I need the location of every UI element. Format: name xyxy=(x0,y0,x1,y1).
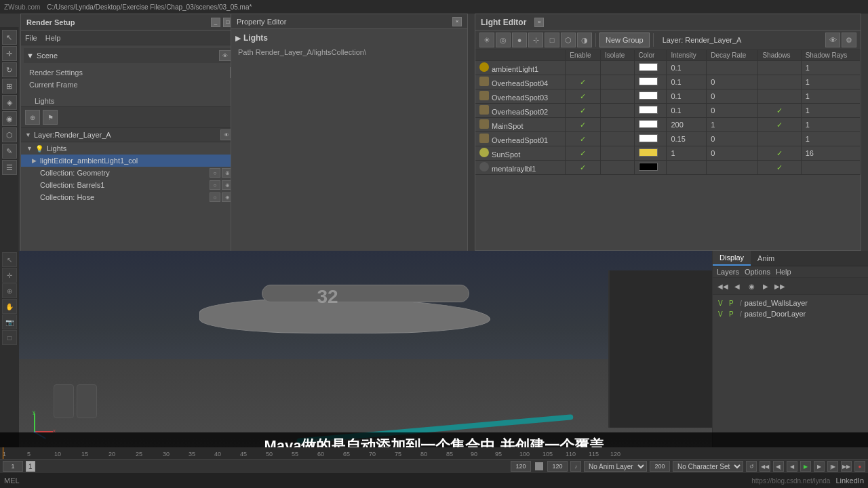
le-vol-btn[interactable]: ⬡ xyxy=(561,33,576,47)
light-isolate[interactable] xyxy=(600,132,634,146)
light-color[interactable] xyxy=(634,118,667,132)
end-frame-input[interactable] xyxy=(511,461,531,472)
le-eye-btn[interactable]: 👁 xyxy=(825,33,840,47)
table-row[interactable]: OverheadSpot03✓0.101 xyxy=(475,89,861,104)
tree-lights[interactable]: ▼ 💡 Lights ✎ xyxy=(21,142,250,155)
lights-scene-item[interactable]: Lights xyxy=(21,96,250,106)
light-isolate[interactable] xyxy=(600,161,634,175)
transport-auto-key-btn[interactable]: ● xyxy=(854,461,865,472)
table-row[interactable]: ambientLight10.11 xyxy=(475,61,861,75)
transport-prev-key-btn[interactable]: ◀ xyxy=(787,461,797,472)
le-sun-btn[interactable]: ☀ xyxy=(479,33,494,47)
char-set-select[interactable]: No Character Set xyxy=(673,461,743,472)
light-shadows[interactable] xyxy=(758,61,801,75)
scale-tool-btn[interactable]: ⊞ xyxy=(2,79,17,94)
sound-btn[interactable]: ♪ xyxy=(570,461,581,472)
le-area-btn[interactable]: □ xyxy=(545,33,559,47)
light-color[interactable] xyxy=(634,161,667,175)
vp-cam-btn[interactable]: 📷 xyxy=(2,314,17,329)
light-shadows[interactable]: ✓ xyxy=(758,161,801,175)
light-shadows[interactable] xyxy=(758,75,801,89)
light-shadows[interactable] xyxy=(758,132,801,146)
lp-options-menu[interactable]: Options xyxy=(745,268,770,276)
light-enable[interactable]: ✓ xyxy=(566,146,601,161)
light-isolate[interactable] xyxy=(600,118,634,132)
light-color[interactable] xyxy=(634,89,667,104)
select-tool-btn[interactable]: ↖ xyxy=(2,30,17,45)
table-row[interactable]: OverheadSpot01✓0.1501 xyxy=(475,132,861,146)
vp-zoom-btn[interactable]: ⊕ xyxy=(2,283,17,298)
tab-anim[interactable]: Anim xyxy=(751,251,781,265)
light-isolate[interactable] xyxy=(600,104,634,118)
transport-step-fwd-btn[interactable]: |▶ xyxy=(827,461,838,472)
le-close-btn[interactable]: × xyxy=(534,18,544,27)
vp-box-btn[interactable]: □ xyxy=(2,330,17,345)
rs-flag-btn[interactable]: ⚑ xyxy=(43,110,58,125)
light-enable[interactable]: ✓ xyxy=(566,104,601,118)
table-row[interactable]: SunSpot✓10✓16 xyxy=(475,146,861,161)
light-enable[interactable]: ✓ xyxy=(566,75,601,89)
lp-next-btn[interactable]: ▶▶ xyxy=(774,280,786,292)
lp-play-btn[interactable]: ▶ xyxy=(760,280,772,292)
light-enable[interactable]: ✓ xyxy=(566,118,601,132)
current-frame-item[interactable]: Current Frame xyxy=(26,79,245,90)
vp-hand-btn[interactable]: ✋ xyxy=(2,299,17,314)
light-enable[interactable]: ✓ xyxy=(566,161,601,175)
render-settings-item[interactable]: Render Settings ⚙ xyxy=(26,66,245,79)
le-settings-btn[interactable]: ⚙ xyxy=(842,33,856,47)
move-tool-btn[interactable]: ✛ xyxy=(2,46,17,61)
tree-collection-geometry[interactable]: Collection: Geometry ○ ⊕ ✎ xyxy=(21,167,250,179)
light-isolate[interactable] xyxy=(600,75,634,89)
tree-collection-barrels[interactable]: Collection: Barrels1 ○ ⊕ ✎ xyxy=(21,179,250,191)
pe-close-btn[interactable]: × xyxy=(452,17,462,26)
transport-end-btn[interactable]: ▶▶ xyxy=(841,461,852,472)
lp-prev2-btn[interactable]: ◀ xyxy=(731,280,743,292)
new-group-button[interactable]: New Group xyxy=(599,33,650,47)
lp-help-menu[interactable]: Help xyxy=(776,268,791,276)
transport-next-key-btn[interactable]: ▶ xyxy=(814,461,825,472)
transport-back-btn[interactable]: ◀◀ xyxy=(760,461,770,472)
light-isolate[interactable] xyxy=(600,146,634,161)
le-point-btn[interactable]: ● xyxy=(512,33,527,47)
table-row[interactable]: MainSpot✓2001✓1 xyxy=(475,118,861,132)
playback-end-input[interactable] xyxy=(547,461,568,472)
transport-step-back-btn[interactable]: ◀| xyxy=(773,461,784,472)
light-enable[interactable]: ✓ xyxy=(566,132,601,146)
vp-move-btn[interactable]: ✛ xyxy=(2,268,17,283)
light-color[interactable] xyxy=(634,61,667,75)
light-color[interactable] xyxy=(634,75,667,89)
tab-display[interactable]: Display xyxy=(713,251,751,266)
paint-btn[interactable]: ✎ xyxy=(2,144,17,159)
light-color[interactable] xyxy=(634,146,667,161)
layer-row-walls[interactable]: V P / pasted_WallsLayer xyxy=(715,298,865,308)
lp-layers-menu[interactable]: Layers xyxy=(717,268,739,276)
table-row[interactable]: mentalraylbl1✓✓ xyxy=(475,161,861,175)
light-isolate[interactable] xyxy=(600,89,634,104)
light-shadows[interactable] xyxy=(758,89,801,104)
table-row[interactable]: OverheadSpot04✓0.101 xyxy=(475,75,861,89)
scene-eye-btn[interactable]: 👁 xyxy=(219,50,231,61)
lp-hide-btn[interactable]: ◉ xyxy=(745,280,757,292)
scene-header[interactable]: ▼ Scene 👁 ⊞ xyxy=(24,48,248,63)
viewport[interactable]: 32 x y camera_Main (rs_Render_Layer_A) xyxy=(19,251,712,447)
light-shadows[interactable]: ✓ xyxy=(758,118,801,132)
minimize-btn[interactable]: _ xyxy=(211,18,220,27)
table-row[interactable]: OverheadSpot02✓0.10✓1 xyxy=(475,104,861,118)
col-hose-btn1[interactable]: ○ xyxy=(210,192,220,202)
le-ibl-btn[interactable]: ◑ xyxy=(577,33,592,47)
light-isolate[interactable] xyxy=(600,61,634,75)
tree-collection-hose[interactable]: Collection: Hose ○ ⊕ ✎ xyxy=(21,191,250,203)
vp-select-btn[interactable]: ↖ xyxy=(2,252,17,267)
lp-prev-btn[interactable]: ◀◀ xyxy=(717,280,729,292)
rotate-tool-btn[interactable]: ↻ xyxy=(2,62,17,77)
col-geom-btn1[interactable]: ○ xyxy=(210,168,220,178)
help-menu[interactable]: Help xyxy=(45,34,61,42)
lasso-btn[interactable]: ⬡ xyxy=(2,127,17,142)
layer-row-door[interactable]: V P / pasted_DoorLayer xyxy=(715,308,865,319)
le-dir-btn[interactable]: ⊹ xyxy=(528,33,543,47)
light-enable[interactable]: ✓ xyxy=(566,89,601,104)
light-enable[interactable] xyxy=(566,61,601,75)
light-shadows[interactable]: ✓ xyxy=(758,104,801,118)
light-shadows[interactable]: ✓ xyxy=(758,146,801,161)
le-spot-btn[interactable]: ◎ xyxy=(496,33,511,47)
